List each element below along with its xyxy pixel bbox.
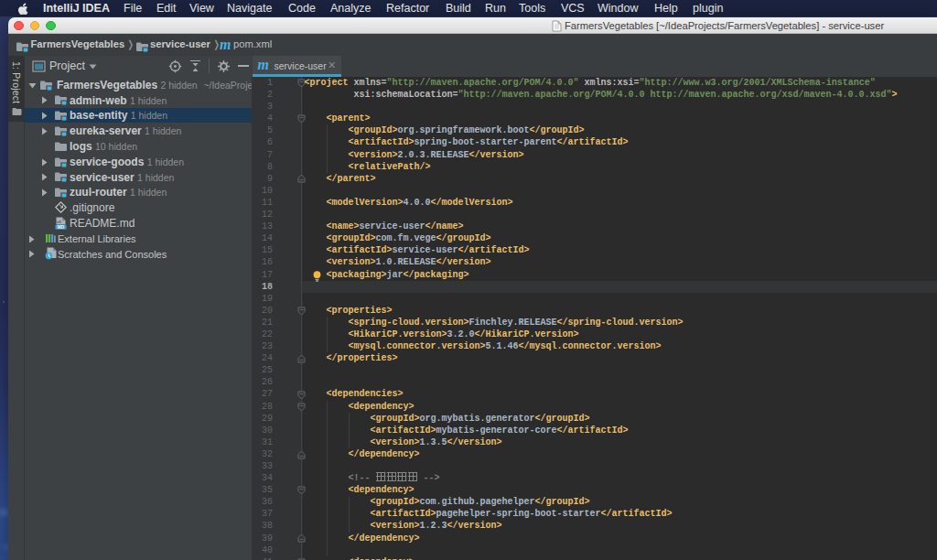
svg-text:MD: MD xyxy=(58,225,65,230)
